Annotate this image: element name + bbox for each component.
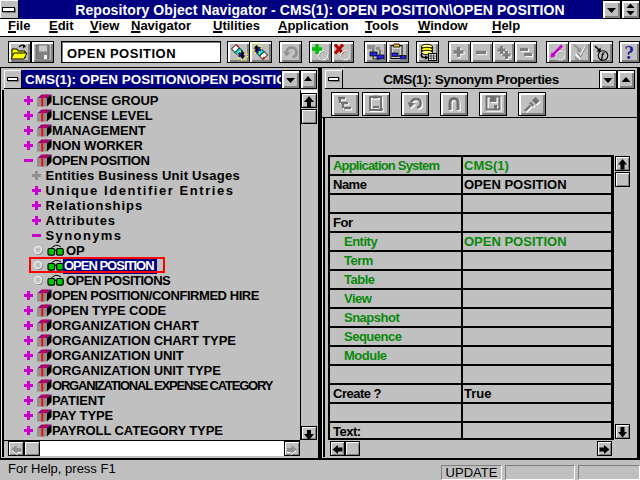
svg-text:?: ? [625, 43, 635, 61]
